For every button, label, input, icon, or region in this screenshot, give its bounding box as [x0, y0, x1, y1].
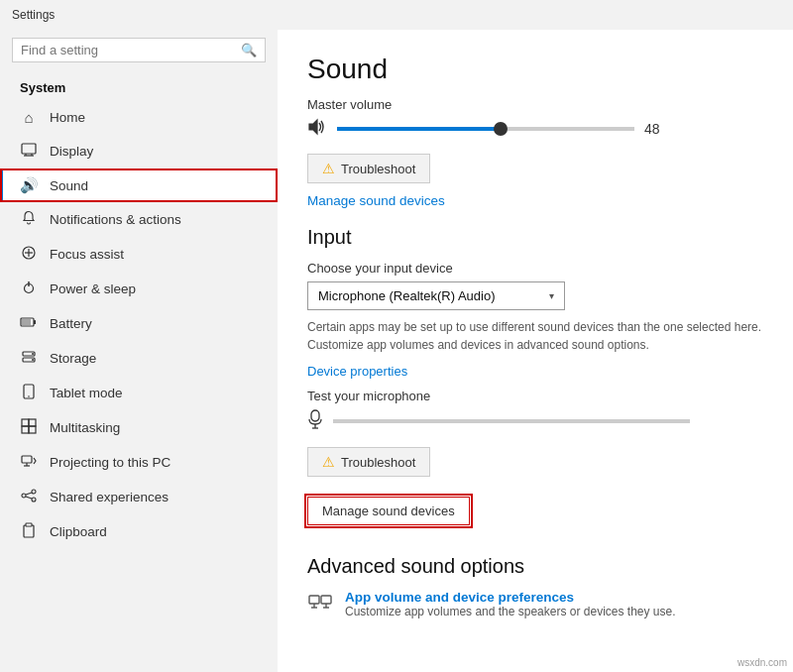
warning-icon-2: ⚠ — [322, 454, 335, 470]
app-pref-title-link[interactable]: App volume and device preferences — [345, 590, 676, 605]
sidebar-item-home[interactable]: ⌂ Home — [0, 101, 278, 134]
focus-icon — [20, 245, 38, 264]
bell-icon — [20, 210, 38, 229]
svg-point-14 — [32, 353, 34, 355]
sidebar-item-label: Projecting to this PC — [50, 455, 170, 470]
input-section-title: Input — [307, 226, 763, 249]
svg-rect-0 — [22, 144, 36, 154]
device-properties-link[interactable]: Device properties — [307, 364, 763, 379]
sidebar-item-projecting[interactable]: Projecting to this PC — [0, 445, 278, 480]
app-pref-icon — [307, 592, 333, 621]
sidebar-item-power[interactable]: Power & sleep — [0, 272, 278, 306]
search-icon: 🔍 — [241, 43, 257, 57]
svg-rect-30 — [24, 525, 34, 537]
storage-icon — [20, 349, 38, 368]
main-container: 🔍 System ⌂ Home Display 🔊 Sound — [0, 30, 793, 672]
sidebar-item-clipboard[interactable]: Clipboard — [0, 514, 278, 549]
volume-fill — [337, 127, 501, 131]
volume-row: 48 — [307, 118, 763, 140]
sidebar: 🔍 System ⌂ Home Display 🔊 Sound — [0, 30, 278, 672]
content-area: Sound Master volume 48 ⚠ Troubleshoot Ma… — [278, 30, 793, 672]
app-pref-description: Customize app volumes and the speakers o… — [345, 605, 676, 618]
watermark: wsxdn.com — [737, 657, 787, 668]
svg-rect-19 — [29, 419, 36, 426]
output-troubleshoot-button[interactable]: ⚠ Troubleshoot — [307, 154, 430, 183]
input-description: Certain apps may be set up to use differ… — [307, 318, 763, 354]
svg-point-27 — [32, 498, 36, 502]
svg-rect-22 — [22, 456, 32, 463]
sidebar-item-battery[interactable]: Battery — [0, 306, 278, 341]
sidebar-item-label: Focus assist — [50, 247, 124, 262]
svg-rect-21 — [29, 426, 36, 433]
title-bar: Settings — [0, 0, 793, 30]
sidebar-item-sound[interactable]: 🔊 Sound — [0, 168, 278, 202]
svg-point-17 — [28, 395, 30, 397]
svg-line-29 — [26, 497, 32, 499]
svg-rect-10 — [34, 320, 36, 324]
microphone-icon — [307, 409, 323, 433]
selected-device-text: Microphone (Realtek(R) Audio) — [318, 288, 495, 303]
search-box[interactable]: 🔍 — [12, 38, 266, 62]
sidebar-item-notifications[interactable]: Notifications & actions — [0, 202, 278, 237]
svg-point-25 — [22, 494, 26, 498]
test-mic-label: Test your microphone — [307, 389, 763, 403]
sidebar-item-focus[interactable]: Focus assist — [0, 237, 278, 272]
choose-device-label: Choose your input device — [307, 261, 763, 276]
sidebar-item-multitasking[interactable]: Multitasking — [0, 410, 278, 445]
sidebar-item-label: Notifications & actions — [50, 212, 181, 227]
tablet-icon — [20, 384, 38, 402]
sidebar-item-tablet[interactable]: Tablet mode — [0, 376, 278, 410]
power-icon — [20, 280, 38, 298]
system-label: System — [0, 72, 278, 101]
app-pref-text: App volume and device preferences Custom… — [345, 590, 676, 618]
home-icon: ⌂ — [20, 109, 38, 126]
manage-devices-label: Manage sound devices — [322, 504, 455, 518]
dropdown-chevron-icon: ▾ — [549, 290, 554, 301]
manage-sound-devices-button[interactable]: Manage sound devices — [307, 497, 470, 525]
sidebar-item-label: Power & sleep — [50, 281, 136, 296]
sidebar-item-label: Battery — [50, 316, 92, 331]
svg-rect-33 — [311, 410, 319, 421]
project-icon — [20, 453, 38, 472]
input-device-dropdown[interactable]: Microphone (Realtek(R) Audio) ▾ — [307, 281, 565, 310]
sidebar-item-shared[interactable]: Shared experiences — [0, 480, 278, 514]
manage-sound-devices-link[interactable]: Manage sound devices — [307, 193, 763, 208]
volume-thumb[interactable] — [494, 122, 508, 136]
multitasking-icon — [20, 418, 38, 437]
speaker-icon: 🔊 — [20, 176, 38, 194]
svg-rect-18 — [22, 419, 29, 426]
svg-rect-36 — [309, 596, 319, 604]
sidebar-item-label: Display — [50, 144, 93, 159]
sidebar-item-storage[interactable]: Storage — [0, 341, 278, 376]
mic-level-bar — [333, 419, 690, 423]
sidebar-item-label: Tablet mode — [50, 386, 123, 400]
sidebar-item-label: Home — [50, 110, 85, 125]
battery-icon — [20, 314, 38, 333]
sidebar-item-label: Clipboard — [50, 524, 107, 539]
sidebar-item-label: Storage — [50, 351, 96, 366]
svg-rect-11 — [22, 319, 31, 325]
svg-line-28 — [26, 493, 32, 495]
clipboard-icon — [20, 522, 38, 541]
warning-icon: ⚠ — [322, 161, 335, 176]
sidebar-item-label: Sound — [50, 178, 88, 193]
master-volume-label: Master volume — [307, 97, 763, 112]
sidebar-item-display[interactable]: Display — [0, 134, 278, 168]
search-input[interactable] — [21, 43, 241, 57]
app-preferences-row: App volume and device preferences Custom… — [307, 590, 763, 621]
shared-icon — [20, 488, 38, 506]
volume-slider[interactable] — [337, 127, 634, 131]
page-title: Sound — [307, 54, 763, 85]
sidebar-item-label: Shared experiences — [50, 490, 169, 504]
display-icon — [20, 142, 38, 161]
sidebar-item-label: Multitasking — [50, 420, 120, 435]
svg-rect-31 — [26, 523, 32, 526]
input-troubleshoot-button[interactable]: ⚠ Troubleshoot — [307, 447, 430, 477]
output-troubleshoot-label: Troubleshoot — [341, 162, 415, 176]
svg-point-26 — [32, 490, 36, 494]
advanced-section-title: Advanced sound options — [307, 555, 763, 578]
svg-rect-37 — [321, 596, 331, 604]
svg-rect-20 — [22, 426, 29, 433]
mic-test-row — [307, 409, 763, 433]
volume-value: 48 — [644, 121, 672, 137]
